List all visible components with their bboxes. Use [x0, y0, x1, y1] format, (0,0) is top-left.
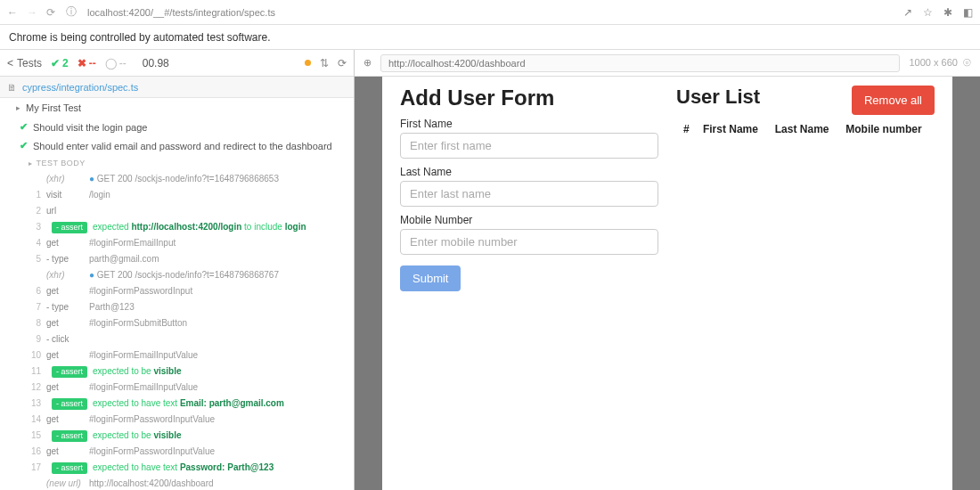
log-command: - type — [41, 301, 84, 314]
check-icon: ✔ — [20, 121, 28, 133]
log-row[interactable]: 8get#loginFormSubmitButton — [0, 315, 354, 331]
log-row[interactable]: 2url — [0, 203, 354, 219]
log-message: http://localhost:4200/dashboard — [84, 478, 347, 490]
log-command: url — [41, 205, 84, 217]
log-message: #loginFormEmailInputValue — [84, 381, 347, 394]
log-command: (xhr) — [41, 269, 84, 282]
fail-count: ✖ -- — [78, 57, 96, 69]
log-message: expected to be visible — [87, 429, 347, 442]
log-row[interactable]: (new url)http://localhost:4200/dashboard — [0, 476, 354, 490]
rerun-icon[interactable]: ⟳ — [338, 57, 347, 69]
log-command: get — [41, 317, 84, 330]
extensions-icon[interactable]: ✱ — [943, 6, 952, 19]
remove-all-button[interactable]: Remove all — [852, 86, 935, 115]
account-icon[interactable]: ◧ — [963, 6, 973, 19]
app-viewport: Add User Form First Name Last Name Mobil… — [355, 77, 980, 490]
col-last-name: Last Name — [770, 119, 838, 139]
log-message: #loginFormEmailInput — [84, 237, 347, 249]
log-message: expected to be visible — [87, 365, 347, 378]
log-row[interactable]: 3- assertexpected http://localhost:4200/… — [0, 219, 354, 235]
spec-row-1[interactable]: ✔ Should visit the login page — [0, 118, 354, 136]
browser-url[interactable]: localhost:4200/__#/tests/integration/spe… — [87, 7, 275, 18]
log-number: 2 — [25, 205, 41, 217]
log-row[interactable]: 1visit/login — [0, 187, 354, 203]
log-number: 10 — [25, 349, 41, 362]
log-command: get — [41, 237, 84, 249]
selector-playground-icon[interactable]: ⊕ — [363, 57, 372, 69]
log-row[interactable]: 16get#loginFormPasswordInputValue — [0, 444, 354, 460]
assert-badge: - assert — [52, 462, 87, 474]
viewport-dimensions: 1000 x 660 ⦾ — [909, 57, 971, 69]
log-number: 1 — [25, 189, 41, 201]
col-mobile: Mobile number — [840, 119, 933, 139]
log-row[interactable]: 14get#loginFormPasswordInputValue — [0, 412, 354, 428]
log-message: #loginFormPasswordInput — [84, 285, 347, 298]
log-command: visit — [41, 189, 84, 201]
log-number: 5 — [25, 253, 41, 265]
pending-count: ◯ -- — [105, 57, 127, 69]
assert-badge: - assert — [52, 222, 87, 233]
log-number: 12 — [25, 381, 41, 394]
log-number: 13 — [25, 397, 41, 410]
col-first-name: First Name — [698, 119, 768, 139]
log-message: #loginFormEmailInputValue — [84, 349, 347, 362]
mobile-input[interactable] — [400, 229, 658, 255]
col-index: # — [678, 119, 696, 139]
log-row[interactable]: 11- assertexpected to be visible — [0, 363, 354, 380]
share-icon[interactable]: ↗ — [903, 6, 912, 19]
log-message: ● GET 200 /sockjs-node/info?t=1648796868… — [84, 269, 347, 282]
log-row[interactable]: 4get#loginFormEmailInput — [0, 235, 354, 251]
log-row[interactable]: 10get#loginFormEmailInputValue — [0, 347, 354, 363]
log-number: 9 — [25, 333, 41, 346]
log-command: get — [41, 381, 84, 394]
log-row[interactable]: 6get#loginFormPasswordInput — [0, 283, 354, 299]
check-icon: ✔ — [20, 140, 28, 151]
log-row[interactable]: (xhr)● GET 200 /sockjs-node/info?t=16487… — [0, 267, 354, 283]
updown-icon[interactable]: ⇅ — [320, 57, 329, 69]
log-number: 15 — [25, 429, 41, 442]
first-name-input[interactable] — [400, 133, 658, 159]
log-number: 6 — [25, 285, 41, 298]
info-icon[interactable]: ⓘ — [66, 4, 77, 20]
tests-back-button[interactable]: < Tests — [7, 57, 42, 69]
spec-file-row[interactable]: 🗎 cypress/integration/spec.ts — [0, 77, 354, 98]
submit-button[interactable]: Submit — [400, 265, 461, 291]
star-icon[interactable]: ☆ — [923, 6, 933, 19]
log-number: 7 — [25, 301, 41, 314]
automation-message: Chrome is being controlled by automated … — [9, 31, 270, 44]
spec-row-2[interactable]: ✔ Should enter valid email and password … — [0, 136, 354, 155]
log-row[interactable]: 15- assertexpected to be visible — [0, 428, 354, 444]
log-number: 3 — [25, 221, 41, 233]
assert-badge: - assert — [52, 398, 87, 410]
log-row[interactable]: 12get#loginFormEmailInputValue — [0, 380, 354, 396]
automation-banner: Chrome is being controlled by automated … — [0, 25, 980, 50]
log-message: ● GET 200 /sockjs-node/info?t=1648796868… — [84, 173, 347, 185]
first-name-label: First Name — [400, 118, 658, 130]
log-command: (xhr) — [41, 173, 84, 185]
log-row[interactable]: 17- assertexpected to have text Password… — [0, 460, 354, 476]
status-dot-icon — [305, 60, 311, 66]
log-message: Parth@123 — [84, 301, 347, 314]
log-message: #loginFormPasswordInputValue — [84, 413, 347, 426]
browser-nav: ← → ⟳ — [7, 6, 55, 19]
forward-icon[interactable]: → — [27, 6, 37, 19]
duration: 00.98 — [143, 57, 169, 69]
log-message: #loginFormPasswordInputValue — [84, 445, 347, 458]
app-url-input[interactable] — [380, 54, 900, 72]
last-name-input[interactable] — [400, 181, 658, 207]
mobile-label: Mobile Number — [400, 214, 658, 226]
reload-icon[interactable]: ⟳ — [46, 6, 55, 19]
log-row[interactable]: 5- typeparth@gmail.com — [0, 251, 354, 267]
spec-file-path: cypress/integration/spec.ts — [22, 82, 138, 93]
log-row[interactable]: (xhr)● GET 200 /sockjs-node/info?t=16487… — [0, 171, 354, 187]
test-suite-title[interactable]: My First Test — [0, 98, 354, 118]
cypress-topbar: < Tests ✔ 2 ✖ -- ◯ -- 00.98 ⇅ ⟳ — [0, 50, 354, 77]
last-name-label: Last Name — [400, 166, 658, 178]
log-row[interactable]: 13- assertexpected to have text Email: p… — [0, 396, 354, 412]
browser-toolbar: ← → ⟳ ⓘ localhost:4200/__#/tests/integra… — [0, 0, 980, 25]
log-number: 16 — [25, 445, 41, 458]
log-row[interactable]: 9- click — [0, 331, 354, 347]
log-row[interactable]: 7- typeParth@123 — [0, 299, 354, 315]
app-preview-panel: ⊕ 1000 x 660 ⦾ Add User Form First Name … — [355, 50, 980, 490]
back-icon[interactable]: ← — [7, 6, 18, 19]
